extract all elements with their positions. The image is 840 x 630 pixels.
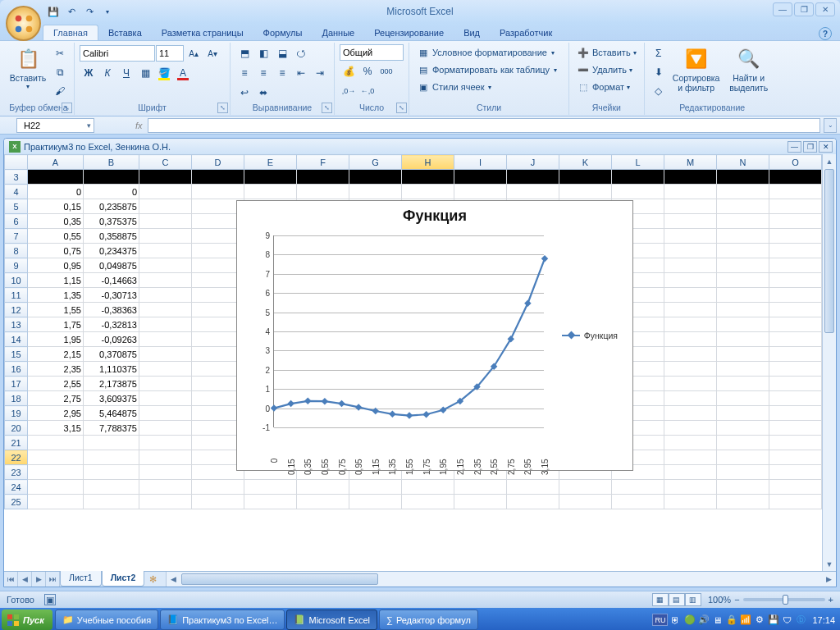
cell-B10[interactable]: -0,14663 [84, 273, 139, 288]
cell-A20[interactable]: 3,15 [28, 421, 84, 436]
ribbon-tab-1[interactable]: Вставка [98, 25, 152, 40]
cell-I24[interactable] [454, 480, 507, 495]
qat-more-icon[interactable]: ▾ [99, 3, 116, 20]
conditional-formatting-button[interactable]: ▦Условное форматирование▾ [414, 44, 557, 61]
cell-M14[interactable] [664, 332, 717, 347]
tray-icon[interactable]: 🛡 [781, 614, 793, 626]
underline-button[interactable]: Ч [117, 64, 135, 82]
cell-A22[interactable] [28, 450, 84, 465]
cell-C18[interactable] [139, 391, 192, 406]
row-header-23[interactable]: 23 [5, 465, 28, 480]
cell-A15[interactable]: 2,15 [28, 347, 84, 362]
format-painter-icon[interactable]: 🖌 [51, 82, 69, 100]
ribbon-tab-2[interactable]: Разметка страницы [152, 25, 253, 40]
col-header-B[interactable]: B [84, 155, 139, 170]
cell-O4[interactable] [769, 185, 822, 199]
cell-C21[interactable] [139, 436, 192, 450]
grow-font-icon[interactable]: A▴ [185, 44, 203, 62]
cell-C10[interactable] [139, 273, 192, 288]
cell-C19[interactable] [139, 406, 192, 421]
cell-L25[interactable] [612, 495, 664, 509]
cell-A21[interactable] [28, 436, 84, 450]
help-icon[interactable]: ? [819, 27, 832, 40]
col-header-O[interactable]: O [769, 155, 822, 170]
cell-O17[interactable] [769, 377, 822, 391]
sheet-nav-prev-icon[interactable]: ◀ [18, 572, 32, 587]
cell-N19[interactable] [717, 406, 769, 421]
row-header-19[interactable]: 19 [5, 406, 28, 421]
dec-decimal-icon[interactable]: ←,0 [358, 82, 377, 100]
cell-A24[interactable] [28, 480, 84, 495]
cell-styles-button[interactable]: ▣Стили ячеек▾ [414, 79, 494, 95]
cell-A13[interactable]: 1,75 [28, 317, 84, 332]
row-header-3[interactable]: 3 [5, 170, 28, 185]
cell-C25[interactable] [139, 495, 192, 509]
macro-record-icon[interactable]: ▣ [44, 594, 56, 605]
cell-C13[interactable] [139, 317, 192, 332]
cell-M13[interactable] [664, 317, 717, 332]
col-header-N[interactable]: N [717, 155, 769, 170]
wb-minimize-button[interactable]: — [788, 141, 801, 153]
align-bottom-icon[interactable]: ⬓ [273, 44, 291, 62]
cell-H25[interactable] [402, 495, 454, 509]
cell-M17[interactable] [664, 377, 717, 391]
font-name-select[interactable]: Calibri [80, 45, 155, 62]
cell-C12[interactable] [139, 303, 192, 317]
sheet-nav-first-icon[interactable]: ⏮ [4, 572, 18, 587]
cell-G3[interactable] [349, 170, 402, 185]
cell-O23[interactable] [769, 465, 822, 480]
cell-H24[interactable] [402, 480, 454, 495]
format-as-table-button[interactable]: ▤Форматировать как таблицу▾ [414, 62, 559, 78]
clipboard-launcher[interactable]: ⤡ [62, 103, 72, 113]
cell-I4[interactable] [454, 185, 507, 199]
cell-A16[interactable]: 2,35 [28, 362, 84, 377]
cell-G24[interactable] [349, 480, 402, 495]
cell-A11[interactable]: 1,35 [28, 288, 84, 303]
cell-K25[interactable] [559, 495, 612, 509]
cell-F4[interactable] [297, 185, 349, 199]
cell-L24[interactable] [612, 480, 664, 495]
cell-K24[interactable] [559, 480, 612, 495]
embedded-chart[interactable]: Функция -1012345678900,150,350,550,750,9… [236, 200, 633, 471]
cell-N16[interactable] [717, 362, 769, 377]
cell-N22[interactable] [717, 450, 769, 465]
cell-M22[interactable] [664, 450, 717, 465]
cell-B14[interactable]: -0,09263 [84, 332, 139, 347]
cell-D25[interactable] [192, 495, 244, 509]
cell-G4[interactable] [349, 185, 402, 199]
cell-A18[interactable]: 2,75 [28, 391, 84, 406]
wb-restore-button[interactable]: ❐ [803, 141, 817, 153]
cell-O20[interactable] [769, 421, 822, 436]
cell-O5[interactable] [769, 199, 822, 214]
cell-O21[interactable] [769, 436, 822, 450]
ribbon-tab-0[interactable]: Главная [43, 25, 98, 40]
cell-J24[interactable] [507, 480, 559, 495]
sheet-nav-last-icon[interactable]: ⏭ [46, 572, 60, 587]
cell-A12[interactable]: 1,55 [28, 303, 84, 317]
sheet-tab-0[interactable]: Лист1 [60, 571, 102, 587]
row-header-24[interactable]: 24 [5, 480, 28, 495]
row-header-21[interactable]: 21 [5, 436, 28, 450]
cell-F24[interactable] [297, 480, 349, 495]
cell-C17[interactable] [139, 377, 192, 391]
cell-N21[interactable] [717, 436, 769, 450]
cell-M11[interactable] [664, 288, 717, 303]
cell-C22[interactable] [139, 450, 192, 465]
cut-icon[interactable]: ✂ [51, 44, 69, 62]
cell-B24[interactable] [84, 480, 139, 495]
cell-B15[interactable]: 0,370875 [84, 347, 139, 362]
tray-icon[interactable]: ⓑ [795, 614, 807, 626]
view-layout-icon[interactable]: ▤ [669, 593, 685, 606]
cell-M19[interactable] [664, 406, 717, 421]
cell-A23[interactable] [28, 465, 84, 480]
col-header-M[interactable]: M [664, 155, 717, 170]
cell-M24[interactable] [664, 480, 717, 495]
cell-N8[interactable] [717, 244, 769, 258]
cell-A17[interactable]: 2,55 [28, 377, 84, 391]
cell-A19[interactable]: 2,95 [28, 406, 84, 421]
fill-icon[interactable]: ⬇ [650, 63, 668, 81]
tray-icon[interactable]: 🖥 [711, 614, 724, 626]
row-header-16[interactable]: 16 [5, 362, 28, 377]
cell-N20[interactable] [717, 421, 769, 436]
cell-O22[interactable] [769, 450, 822, 465]
